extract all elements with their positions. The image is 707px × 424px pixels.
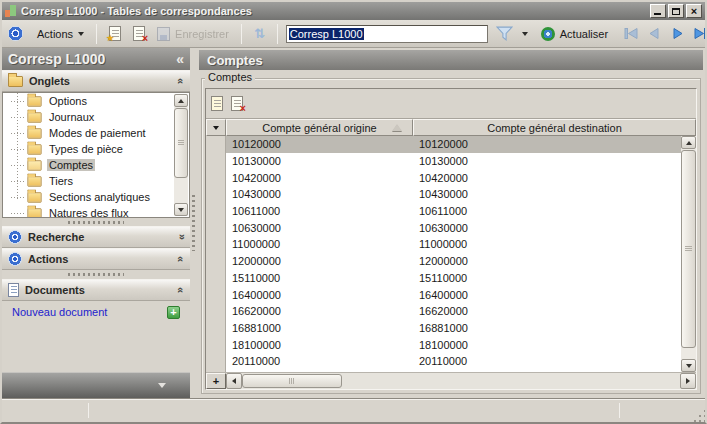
scrollbar-thumb[interactable]	[681, 150, 696, 348]
sections-splitter[interactable]	[2, 270, 190, 279]
grid-vertical-scrollbar[interactable]	[681, 136, 696, 372]
maximize-button[interactable]	[668, 4, 684, 18]
grid-cell-destination[interactable]: 16881000	[413, 322, 681, 334]
section-header-actions[interactable]: Actions «	[2, 248, 190, 270]
minimize-button[interactable]	[650, 4, 666, 18]
sidebar-collapse-icon[interactable]: «	[176, 51, 184, 67]
grid-cell-origine[interactable]: 10120000	[226, 138, 413, 150]
grid-cell-destination[interactable]: 20110000	[413, 355, 681, 367]
table-row[interactable]: 15110000 15110000	[226, 270, 681, 287]
grid-cell-origine[interactable]: 10420000	[226, 172, 413, 184]
table-row[interactable]: 11000000 11000000	[226, 236, 681, 253]
scroll-down-button[interactable]	[174, 203, 188, 216]
grid-cell-destination[interactable]: 10130000	[413, 155, 681, 167]
grid-cell-origine[interactable]: 20110000	[226, 355, 413, 367]
table-row[interactable]: 16881000 16881000	[226, 320, 681, 337]
chevron-up-icon[interactable]: «	[175, 287, 187, 293]
grid-cell-destination[interactable]: 16620000	[413, 305, 681, 317]
scroll-right-button[interactable]	[680, 373, 696, 389]
grid-cell-destination[interactable]: 18100000	[413, 339, 681, 351]
tree-scrollbar[interactable]	[174, 94, 188, 216]
grid-cell-origine[interactable]: 12000000	[226, 255, 413, 267]
resize-grip[interactable]	[699, 415, 701, 417]
tree-splitter[interactable]	[2, 218, 190, 226]
grid-cell-origine[interactable]: 10611000	[226, 205, 413, 217]
section-header-onglets[interactable]: Onglets «	[2, 70, 190, 92]
last-record-button[interactable]	[693, 27, 707, 40]
refresh-button[interactable]: Actualiser	[535, 25, 614, 43]
chevron-up-icon[interactable]: «	[175, 78, 187, 84]
delete-record-button[interactable]: ×	[127, 24, 151, 43]
table-row[interactable]: 16620000 16620000	[226, 303, 681, 320]
scroll-left-button[interactable]	[226, 373, 242, 389]
grid-cell-destination[interactable]: 10430000	[413, 188, 681, 200]
chevron-down-icon[interactable]: «	[175, 234, 187, 240]
sync-button[interactable]: ⇅	[248, 25, 271, 42]
table-row[interactable]: 20110000 20110000	[226, 353, 681, 370]
table-row[interactable]: 16400000 16400000	[226, 286, 681, 303]
previous-record-button[interactable]	[647, 27, 662, 40]
filter-button[interactable]	[490, 24, 519, 43]
scrollbar-track[interactable]	[681, 349, 696, 359]
scroll-up-button[interactable]	[174, 94, 188, 107]
filter-dropdown-button[interactable]	[519, 30, 531, 38]
grid-cell-destination[interactable]: 10120000	[413, 138, 681, 150]
column-header-origine[interactable]: Compte général origine	[226, 119, 413, 136]
scrollbar-track[interactable]	[174, 179, 188, 203]
table-row[interactable]: 10630000 10630000	[226, 219, 681, 236]
grid-cell-destination[interactable]: 16400000	[413, 289, 681, 301]
table-row[interactable]: 10420000 10420000	[226, 169, 681, 186]
grid-cell-destination[interactable]: 12000000	[413, 255, 681, 267]
add-document-button[interactable]: +	[167, 306, 180, 319]
grid-cell-origine[interactable]: 10130000	[226, 155, 413, 167]
actions-menu-button[interactable]: Actions	[31, 26, 90, 42]
tree-item[interactable]: Journaux	[3, 109, 189, 125]
grid-cell-origine[interactable]: 16400000	[226, 289, 413, 301]
add-row-toolbar-button[interactable]	[211, 96, 223, 111]
chevron-up-icon[interactable]: «	[175, 256, 187, 262]
scrollbar-thumb[interactable]	[174, 108, 188, 178]
tree-item[interactable]: Natures des flux	[3, 205, 189, 218]
tree-item[interactable]: Comptes	[3, 157, 189, 173]
table-row[interactable]: 10430000 10430000	[226, 186, 681, 203]
row-selector-header[interactable]	[206, 119, 226, 136]
next-record-button[interactable]	[670, 27, 685, 40]
tree-item[interactable]: Options	[3, 93, 189, 109]
tree-item[interactable]: Modes de paiement	[3, 125, 189, 141]
column-header-destination[interactable]: Compte général destination	[413, 119, 696, 136]
table-name-input[interactable]: Corresp L1000	[286, 25, 488, 43]
grid-cell-destination[interactable]: 10611000	[413, 205, 681, 217]
section-header-documents[interactable]: Documents «	[2, 279, 190, 301]
add-row-button[interactable]: +	[206, 373, 226, 389]
grid-cell-origine[interactable]: 11000000	[226, 238, 413, 250]
close-button[interactable]: ×	[686, 4, 702, 18]
sidebar-bottom-bar[interactable]	[2, 372, 190, 398]
table-row[interactable]: 10611000 10611000	[226, 203, 681, 220]
table-row[interactable]: 18100000 18100000	[226, 336, 681, 353]
new-document-link[interactable]: Nouveau document	[12, 306, 167, 318]
first-record-button[interactable]	[624, 27, 639, 40]
grid-cell-destination[interactable]: 10630000	[413, 222, 681, 234]
new-record-button[interactable]: ★	[103, 24, 127, 43]
table-row[interactable]: 10130000 10130000	[226, 153, 681, 170]
grid-cell-origine[interactable]: 10630000	[226, 222, 413, 234]
table-row[interactable]: 10120000 10120000	[226, 136, 681, 153]
grid-cell-origine[interactable]: 15110000	[226, 272, 413, 284]
tree-item[interactable]: Types de pièce	[3, 141, 189, 157]
grid-cell-origine[interactable]: 16620000	[226, 305, 413, 317]
grid-cell-destination[interactable]: 15110000	[413, 272, 681, 284]
tree-item[interactable]: Sections analytiques	[3, 189, 189, 205]
scrollbar-thumb[interactable]	[242, 374, 342, 388]
grid-cell-origine[interactable]: 10430000	[226, 188, 413, 200]
grid-cell-destination[interactable]: 11000000	[413, 238, 681, 250]
tree-item[interactable]: Tiers	[3, 173, 189, 189]
delete-row-toolbar-button[interactable]: ×	[231, 96, 243, 111]
save-button[interactable]: Enregistrer	[151, 25, 235, 43]
scrollbar-track[interactable]	[342, 373, 680, 389]
grid-cell-origine[interactable]: 18100000	[226, 339, 413, 351]
scroll-down-button[interactable]	[681, 359, 696, 372]
grid-cell-origine[interactable]: 16881000	[226, 322, 413, 334]
scroll-up-button[interactable]	[681, 136, 696, 149]
grid-cell-destination[interactable]: 10420000	[413, 172, 681, 184]
sidebar-splitter[interactable]	[190, 48, 197, 398]
